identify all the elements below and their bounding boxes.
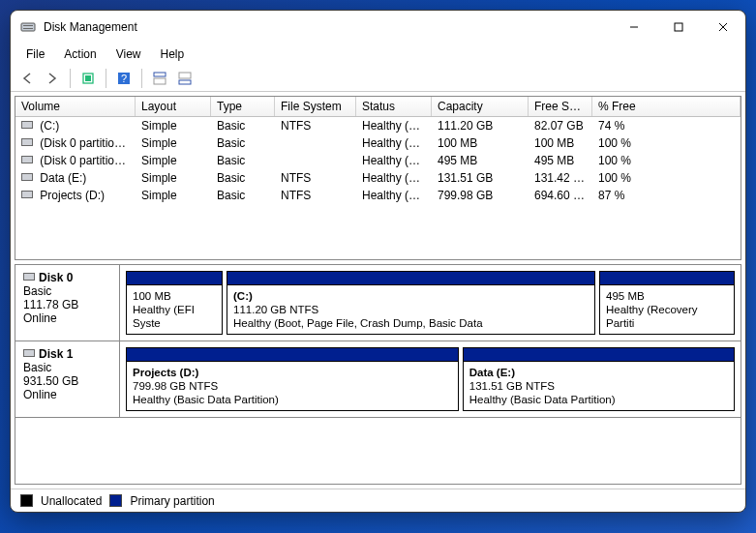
partition-stripe bbox=[600, 272, 734, 285]
header-pctfree[interactable]: % Free bbox=[592, 97, 741, 116]
menubar: File Action View Help bbox=[11, 44, 745, 65]
legend-swatch-unallocated bbox=[20, 494, 33, 507]
disk-rows: Disk 0Basic111.78 GBOnline100 MBHealthy … bbox=[15, 265, 741, 418]
legend-swatch-primary bbox=[109, 494, 122, 507]
window-title: Disk Management bbox=[44, 20, 612, 34]
volume-icon bbox=[21, 156, 33, 163]
volume-icon bbox=[21, 138, 33, 146]
app-icon bbox=[20, 19, 36, 35]
disk-label[interactable]: Disk 0Basic111.78 GBOnline bbox=[15, 265, 120, 341]
header-freespace[interactable]: Free Spa... bbox=[529, 97, 592, 116]
cell-pct: 74 % bbox=[592, 118, 676, 133]
partition-stripe bbox=[227, 272, 594, 285]
header-filesystem[interactable]: File System bbox=[275, 97, 356, 116]
view-bottom-button[interactable] bbox=[174, 68, 196, 89]
volume-row[interactable]: Data (E:)SimpleBasicNTFSHealthy (B...131… bbox=[15, 169, 741, 187]
cell-layout: Simple bbox=[136, 188, 211, 203]
partition[interactable]: Projects (D:)799.98 GB NTFSHealthy (Basi… bbox=[126, 347, 459, 411]
disk-partitions: 100 MBHealthy (EFI Syste(C:)111.20 GB NT… bbox=[120, 265, 741, 341]
cell-volume: Data (E:) bbox=[15, 170, 136, 186]
help-button[interactable]: ? bbox=[113, 68, 135, 89]
partition-stripe bbox=[127, 348, 458, 362]
refresh-button[interactable] bbox=[77, 68, 99, 89]
maximize-button[interactable] bbox=[656, 13, 701, 42]
partition-text: (C:)111.20 GB NTFSHealthy (Boot, Page Fi… bbox=[227, 285, 594, 334]
cell-capacity: 111.20 GB bbox=[432, 118, 529, 133]
volume-icon bbox=[21, 173, 33, 181]
disk-row: Disk 1Basic931.50 GBOnlineProjects (D:)7… bbox=[15, 341, 741, 418]
menu-view[interactable]: View bbox=[106, 45, 151, 63]
cell-fs: NTFS bbox=[275, 170, 356, 186]
close-button[interactable] bbox=[701, 13, 745, 42]
header-volume[interactable]: Volume bbox=[15, 97, 136, 116]
view-top-button[interactable] bbox=[149, 68, 170, 89]
volume-list-pane[interactable]: Volume Layout Type File System Status Ca… bbox=[15, 96, 741, 260]
header-type[interactable]: Type bbox=[211, 97, 275, 116]
cell-free: 694.60 GB bbox=[529, 188, 592, 203]
legend-label-unallocated: Unallocated bbox=[41, 494, 102, 508]
menu-help[interactable]: Help bbox=[151, 45, 195, 63]
cell-fs bbox=[275, 135, 356, 151]
svg-rect-8 bbox=[85, 75, 91, 81]
cell-type: Basic bbox=[211, 170, 275, 186]
cell-status: Healthy (B... bbox=[356, 118, 432, 133]
cell-pct: 100 % bbox=[592, 153, 676, 168]
disk-row: Disk 0Basic111.78 GBOnline100 MBHealthy … bbox=[15, 265, 741, 341]
header-status[interactable]: Status bbox=[356, 97, 432, 116]
volume-row[interactable]: (Disk 0 partition 1)SimpleBasicHealthy (… bbox=[15, 134, 741, 152]
partition[interactable]: (C:)111.20 GB NTFSHealthy (Boot, Page Fi… bbox=[227, 271, 595, 335]
partition-text: Data (E:)131.51 GB NTFSHealthy (Basic Da… bbox=[464, 362, 734, 410]
partition[interactable]: 495 MBHealthy (Recovery Partiti bbox=[599, 271, 735, 335]
cell-pct: 87 % bbox=[592, 188, 676, 203]
svg-rect-2 bbox=[23, 28, 33, 29]
legend-label-primary: Primary partition bbox=[130, 494, 214, 508]
cell-pct: 100 % bbox=[592, 135, 676, 151]
cell-layout: Simple bbox=[136, 170, 211, 186]
partition[interactable]: 100 MBHealthy (EFI Syste bbox=[126, 271, 223, 335]
toolbar-separator bbox=[106, 69, 106, 88]
content-area: Volume Layout Type File System Status Ca… bbox=[11, 92, 745, 512]
disk-management-window: Disk Management File Action View Help ? … bbox=[10, 10, 746, 513]
cell-layout: Simple bbox=[136, 153, 211, 168]
volume-row[interactable]: (C:)SimpleBasicNTFSHealthy (B...111.20 G… bbox=[15, 117, 741, 134]
cell-volume: Projects (D:) bbox=[15, 188, 136, 203]
cell-capacity: 100 MB bbox=[432, 135, 529, 151]
volume-row[interactable]: Projects (D:)SimpleBasicNTFSHealthy (B..… bbox=[15, 187, 741, 204]
cell-volume: (Disk 0 partition 4) bbox=[15, 153, 136, 168]
cell-status: Healthy (R... bbox=[356, 153, 432, 168]
cell-status: Healthy (B... bbox=[356, 188, 432, 203]
cell-fs: NTFS bbox=[275, 188, 356, 203]
header-layout[interactable]: Layout bbox=[136, 97, 211, 116]
partition[interactable]: Data (E:)131.51 GB NTFSHealthy (Basic Da… bbox=[463, 347, 735, 411]
cell-free: 82.07 GB bbox=[529, 118, 592, 133]
cell-layout: Simple bbox=[136, 135, 211, 151]
partition-stripe bbox=[127, 272, 222, 285]
cell-status: Healthy (B... bbox=[356, 170, 432, 186]
cell-type: Basic bbox=[211, 153, 275, 168]
back-button[interactable] bbox=[16, 68, 38, 89]
cell-free: 131.42 GB bbox=[529, 170, 592, 186]
legend: Unallocated Primary partition bbox=[11, 489, 745, 512]
cell-type: Basic bbox=[211, 188, 275, 203]
cell-status: Healthy (E... bbox=[356, 135, 432, 151]
disk-graphic-pane[interactable]: Disk 0Basic111.78 GBOnline100 MBHealthy … bbox=[15, 264, 741, 485]
cell-type: Basic bbox=[211, 118, 275, 133]
header-capacity[interactable]: Capacity bbox=[432, 97, 529, 116]
titlebar[interactable]: Disk Management bbox=[11, 11, 745, 44]
svg-rect-1 bbox=[23, 25, 33, 26]
cell-volume: (C:) bbox=[15, 118, 136, 133]
toolbar-separator bbox=[70, 69, 71, 88]
minimize-button[interactable] bbox=[612, 13, 656, 42]
volume-row[interactable]: (Disk 0 partition 4)SimpleBasicHealthy (… bbox=[15, 152, 741, 169]
volume-icon bbox=[21, 191, 33, 198]
cell-type: Basic bbox=[211, 135, 275, 151]
volume-rows: (C:)SimpleBasicNTFSHealthy (B...111.20 G… bbox=[15, 117, 741, 204]
svg-rect-14 bbox=[179, 80, 191, 84]
cell-fs: NTFS bbox=[275, 118, 356, 133]
cell-free: 100 MB bbox=[529, 135, 592, 151]
disk-label[interactable]: Disk 1Basic931.50 GBOnline bbox=[15, 341, 120, 417]
menu-action[interactable]: Action bbox=[54, 45, 106, 63]
partition-text: Projects (D:)799.98 GB NTFSHealthy (Basi… bbox=[127, 362, 458, 410]
menu-file[interactable]: File bbox=[16, 45, 54, 63]
forward-button[interactable] bbox=[42, 68, 63, 89]
